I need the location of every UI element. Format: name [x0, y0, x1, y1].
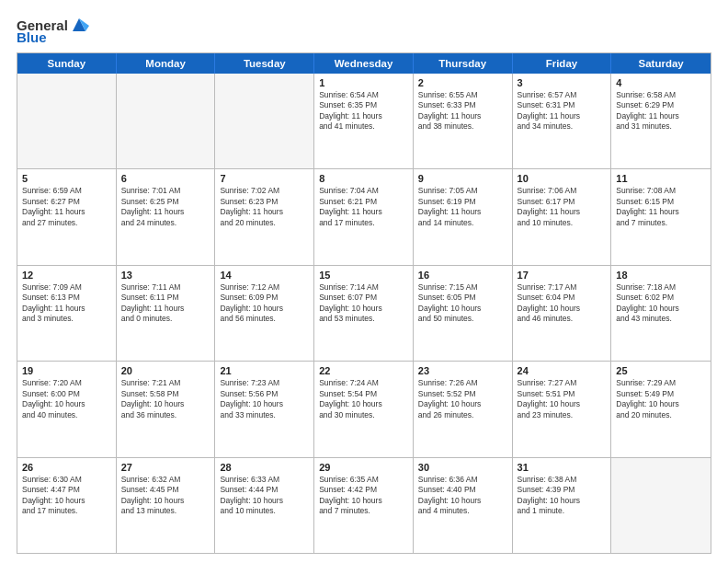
day-cell-30: 30Sunrise: 6:36 AMSunset: 4:40 PMDayligh… [414, 458, 513, 553]
cell-info-line: Sunrise: 7:20 AM [22, 378, 111, 388]
cell-info-line: Sunrise: 7:11 AM [121, 282, 210, 293]
day-cell-17: 17Sunrise: 7:17 AMSunset: 6:04 PMDayligh… [513, 266, 612, 361]
cell-info-line: Sunset: 6:11 PM [121, 293, 210, 303]
cell-info-line: Sunset: 5:49 PM [616, 389, 706, 399]
day-number: 9 [418, 173, 507, 184]
cell-info-line: and 1 minute. [518, 506, 607, 516]
day-number: 18 [616, 270, 706, 281]
day-cell-20: 20Sunrise: 7:21 AMSunset: 5:58 PMDayligh… [117, 362, 216, 456]
cell-info-line: and 40 minutes. [22, 410, 111, 420]
cell-info-line: Daylight: 10 hours [220, 304, 309, 314]
cell-info-line: Sunset: 6:09 PM [220, 293, 309, 303]
header-day-friday: Friday [513, 53, 612, 74]
empty-cell [215, 74, 314, 168]
cell-info-line: and 46 minutes. [518, 314, 607, 324]
cell-info-line: and 3 minutes. [22, 314, 111, 324]
cell-info-line: and 31 minutes. [616, 121, 706, 132]
calendar-body: 1Sunrise: 6:54 AMSunset: 6:35 PMDaylight… [17, 74, 711, 553]
cell-info-line: Sunset: 5:51 PM [518, 389, 607, 399]
cell-info-line: Sunrise: 7:26 AM [418, 378, 507, 388]
day-number: 22 [319, 365, 408, 376]
logo-blue: Blue [17, 29, 47, 45]
cell-info-line: Sunset: 6:23 PM [220, 197, 309, 207]
calendar-row-4: 19Sunrise: 7:20 AMSunset: 6:00 PMDayligh… [17, 361, 711, 456]
cell-info-line: Daylight: 11 hours [418, 111, 507, 121]
day-cell-10: 10Sunrise: 7:06 AMSunset: 6:17 PMDayligh… [513, 169, 612, 264]
cell-info-line: Daylight: 11 hours [121, 304, 210, 314]
cell-info-line: Sunrise: 7:08 AM [616, 186, 706, 196]
cell-info-line: Sunset: 5:56 PM [220, 389, 309, 399]
cell-info-line: and 24 minutes. [121, 218, 210, 228]
calendar-row-5: 26Sunrise: 6:30 AMSunset: 4:47 PMDayligh… [17, 457, 711, 553]
cell-info-line: and 33 minutes. [220, 410, 309, 420]
day-cell-8: 8Sunrise: 7:04 AMSunset: 6:21 PMDaylight… [314, 169, 414, 264]
day-number: 4 [616, 77, 706, 88]
day-number: 1 [319, 77, 408, 88]
day-number: 21 [220, 365, 309, 376]
day-number: 3 [518, 77, 607, 88]
day-cell-9: 9Sunrise: 7:05 AMSunset: 6:19 PMDaylight… [414, 169, 513, 264]
cell-info-line: and 14 minutes. [418, 218, 507, 228]
cell-info-line: Daylight: 11 hours [22, 304, 111, 314]
cell-info-line: Sunset: 6:27 PM [22, 197, 111, 207]
day-number: 7 [220, 173, 309, 184]
cell-info-line: Sunset: 6:00 PM [22, 389, 111, 399]
cell-info-line: Sunset: 6:13 PM [22, 293, 111, 303]
day-cell-2: 2Sunrise: 6:55 AMSunset: 6:33 PMDaylight… [414, 74, 513, 168]
calendar: SundayMondayTuesdayWednesdayThursdayFrid… [17, 52, 711, 554]
day-number: 10 [518, 173, 607, 184]
day-number: 17 [518, 270, 607, 281]
cell-info-line: Sunrise: 7:12 AM [220, 282, 309, 293]
cell-info-line: Daylight: 11 hours [518, 207, 607, 217]
cell-info-line: Daylight: 11 hours [616, 111, 706, 121]
cell-info-line: Sunset: 4:39 PM [518, 485, 607, 495]
day-cell-16: 16Sunrise: 7:15 AMSunset: 6:05 PMDayligh… [414, 266, 513, 361]
cell-info-line: and 26 minutes. [418, 410, 507, 420]
day-cell-1: 1Sunrise: 6:54 AMSunset: 6:35 PMDaylight… [314, 74, 414, 168]
day-cell-15: 15Sunrise: 7:14 AMSunset: 6:07 PMDayligh… [314, 266, 414, 361]
cell-info-line: Sunset: 5:54 PM [319, 389, 408, 399]
cell-info-line: Sunset: 6:07 PM [319, 293, 408, 303]
day-cell-18: 18Sunrise: 7:18 AMSunset: 6:02 PMDayligh… [611, 266, 711, 361]
cell-info-line: and 20 minutes. [220, 218, 309, 228]
cell-info-line: Sunrise: 6:55 AM [418, 90, 507, 100]
day-number: 6 [121, 173, 210, 184]
cell-info-line: Daylight: 11 hours [518, 111, 607, 121]
day-number: 12 [22, 270, 111, 281]
cell-info-line: Daylight: 10 hours [616, 304, 706, 314]
cell-info-line: Sunset: 5:52 PM [418, 389, 507, 399]
header-day-wednesday: Wednesday [314, 53, 414, 74]
day-cell-26: 26Sunrise: 6:30 AMSunset: 4:47 PMDayligh… [17, 458, 117, 553]
cell-info-line: Sunrise: 6:38 AM [518, 475, 607, 485]
cell-info-line: and 17 minutes. [319, 218, 408, 228]
cell-info-line: Sunrise: 7:21 AM [121, 378, 210, 388]
day-cell-24: 24Sunrise: 7:27 AMSunset: 5:51 PMDayligh… [513, 362, 612, 456]
day-number: 13 [121, 270, 210, 281]
day-number: 15 [319, 270, 408, 281]
day-number: 5 [22, 173, 111, 184]
cell-info-line: and 50 minutes. [418, 314, 507, 324]
day-number: 14 [220, 270, 309, 281]
cell-info-line: and 4 minutes. [418, 506, 507, 516]
cell-info-line: and 27 minutes. [22, 218, 111, 228]
cell-info-line: Sunset: 6:29 PM [616, 100, 706, 110]
cell-info-line: Sunset: 6:21 PM [319, 197, 408, 207]
cell-info-line: Sunset: 6:33 PM [418, 100, 507, 110]
cell-info-line: Daylight: 11 hours [22, 207, 111, 217]
day-number: 16 [418, 270, 507, 281]
day-cell-12: 12Sunrise: 7:09 AMSunset: 6:13 PMDayligh… [17, 266, 117, 361]
day-cell-21: 21Sunrise: 7:23 AMSunset: 5:56 PMDayligh… [215, 362, 314, 456]
day-cell-4: 4Sunrise: 6:58 AMSunset: 6:29 PMDaylight… [611, 74, 711, 168]
day-number: 19 [22, 365, 111, 376]
cell-info-line: and 7 minutes. [319, 506, 408, 516]
cell-info-line: Sunrise: 7:06 AM [518, 186, 607, 196]
cell-info-line: Sunrise: 7:23 AM [220, 378, 309, 388]
cell-info-line: Sunset: 4:42 PM [319, 485, 408, 495]
day-number: 29 [319, 462, 408, 473]
cell-info-line: Sunset: 6:35 PM [319, 100, 408, 110]
cell-info-line: and 17 minutes. [22, 506, 111, 516]
cell-info-line: Sunrise: 7:01 AM [121, 186, 210, 196]
header: General Blue [17, 17, 711, 45]
day-cell-22: 22Sunrise: 7:24 AMSunset: 5:54 PMDayligh… [314, 362, 414, 456]
cell-info-line: Sunrise: 6:59 AM [22, 186, 111, 196]
